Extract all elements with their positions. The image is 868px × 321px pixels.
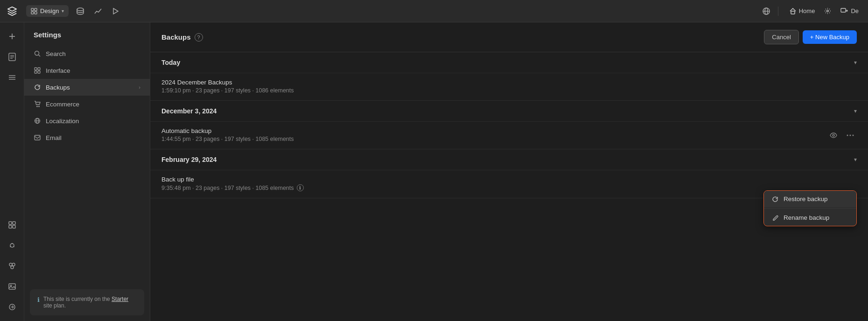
database-icon[interactable] <box>76 7 84 15</box>
backup-item-auto: Automatic backup 1:44:55 pm · 23 pages ·… <box>150 121 868 149</box>
backups-actions: Cancel + New Backup <box>764 30 857 44</box>
interface-label: Interface <box>46 67 70 74</box>
rail-publish-icon[interactable] <box>4 299 21 315</box>
svg-rect-39 <box>35 68 37 70</box>
svg-point-10 <box>827 10 829 12</box>
topbar-right-items: Home De <box>786 6 862 17</box>
starter-link[interactable]: Starter <box>112 296 128 302</box>
svg-point-37 <box>35 51 39 56</box>
settings-title: Settings <box>24 22 150 45</box>
svg-point-29 <box>10 246 11 247</box>
backup-group-feb29-header[interactable]: February 29, 2024 ▾ <box>150 149 868 170</box>
backup-file-name: Back up file <box>161 176 857 183</box>
svg-rect-23 <box>13 222 15 224</box>
restore-backup-label: Restore backup <box>784 195 828 202</box>
localization-icon <box>34 117 41 125</box>
backup-file-meta: 9:35:48 pm · 23 pages · 197 styles · 108… <box>161 184 857 191</box>
backups-list: Today ▾ 2024 December Backups 1:59:10 pm… <box>150 52 868 321</box>
sidebar-item-search[interactable]: Search <box>24 45 150 62</box>
context-menu: Restore backup Rename backup <box>763 190 857 226</box>
sidebar-item-email[interactable]: Email <box>24 129 150 146</box>
svg-point-49 <box>833 134 834 136</box>
rail-layers-icon[interactable] <box>4 69 21 86</box>
backups-title-row: Backups ? <box>161 33 203 42</box>
backup-item-dec-backups: 2024 December Backups 1:59:10 pm · 23 pa… <box>150 73 868 100</box>
analytics-icon[interactable] <box>94 7 102 15</box>
svg-point-31 <box>12 263 15 266</box>
rail-components-icon[interactable] <box>4 216 21 233</box>
svg-point-52 <box>853 135 854 136</box>
settings-sidebar: Settings Search <box>24 22 150 321</box>
ecommerce-label: Ecommerce <box>46 101 79 108</box>
backups-label: Backups <box>46 84 70 91</box>
sidebar-item-backups[interactable]: Backups › <box>24 79 150 96</box>
topbar-left: Design ▾ <box>6 5 119 18</box>
sidebar-item-ecommerce[interactable]: Ecommerce <box>24 96 150 112</box>
svg-point-51 <box>850 135 851 136</box>
email-label: Email <box>46 134 62 141</box>
auto-backup-meta: 1:44:55 pm · 23 pages · 197 styles · 108… <box>161 136 857 142</box>
globe-icon[interactable] <box>762 7 770 15</box>
desktop-icon[interactable]: De <box>837 6 862 17</box>
topbar: Design ▾ <box>0 0 868 22</box>
backups-title: Backups <box>161 33 191 41</box>
rail-image-icon[interactable] <box>4 278 21 295</box>
settings-footer: ℹ This site is currently on the Starter … <box>30 289 144 315</box>
settings-icon[interactable] <box>820 6 835 16</box>
backup-group-feb29: February 29, 2024 ▾ Back up file 9:35:48… <box>150 149 868 198</box>
rail-styles-icon[interactable] <box>4 258 21 274</box>
ecommerce-icon <box>34 100 41 108</box>
icon-rail <box>0 22 24 321</box>
backups-header: Backups ? Cancel + New Backup <box>150 22 868 52</box>
rail-assets-icon[interactable] <box>4 237 21 254</box>
rename-icon <box>771 215 779 221</box>
backup-group-dec3-header[interactable]: December 3, 2024 ▾ <box>150 101 868 121</box>
rename-backup-item[interactable]: Rename backup <box>764 209 856 226</box>
rail-bottom <box>4 216 21 315</box>
svg-rect-24 <box>9 225 12 228</box>
svg-point-32 <box>11 266 14 269</box>
today-group-title: Today <box>161 59 180 66</box>
dec-backups-meta: 1:59:10 pm · 23 pages · 197 styles · 108… <box>161 87 857 94</box>
dec3-chevron-icon: ▾ <box>854 108 857 114</box>
new-backup-button[interactable]: + New Backup <box>803 30 857 44</box>
more-options-icon[interactable] <box>844 129 857 142</box>
svg-rect-25 <box>13 225 15 228</box>
backup-item-actions <box>827 129 857 142</box>
svg-point-28 <box>13 246 14 247</box>
sidebar-item-interface[interactable]: Interface <box>24 62 150 79</box>
footer-text: This site is currently on the Starter si… <box>43 296 137 309</box>
svg-point-50 <box>847 135 848 136</box>
backup-group-today-header[interactable]: Today ▾ <box>150 52 868 73</box>
svg-rect-0 <box>31 8 34 11</box>
svg-rect-33 <box>9 284 15 289</box>
svg-rect-48 <box>35 135 40 140</box>
svg-rect-42 <box>38 71 40 73</box>
rename-backup-label: Rename backup <box>784 214 829 221</box>
auto-backup-name: Automatic backup <box>161 127 857 134</box>
sidebar-item-localization[interactable]: Localization <box>24 112 150 129</box>
restore-backup-item[interactable]: Restore backup <box>764 191 856 207</box>
cancel-button[interactable]: Cancel <box>764 30 798 44</box>
svg-rect-9 <box>791 11 795 14</box>
desktop-label: De <box>851 7 859 14</box>
rail-add-icon[interactable] <box>4 28 21 45</box>
play-icon[interactable] <box>112 7 119 15</box>
svg-rect-11 <box>841 8 846 12</box>
localization-label: Localization <box>46 118 79 125</box>
svg-rect-2 <box>31 12 34 14</box>
logo[interactable] <box>6 5 19 18</box>
search-icon <box>34 50 41 57</box>
design-button[interactable]: Design ▾ <box>26 5 69 17</box>
help-icon[interactable]: ? <box>195 33 203 42</box>
home-button[interactable]: Home <box>786 6 819 16</box>
topbar-icons <box>76 7 119 15</box>
backup-item-file: Back up file 9:35:48 pm · 23 pages · 197… <box>150 170 868 198</box>
chevron-down-icon: ▾ <box>62 8 64 14</box>
svg-line-38 <box>39 55 41 57</box>
rail-page-icon[interactable] <box>4 49 21 65</box>
backup-file-info-icon[interactable]: ℹ <box>297 184 304 191</box>
svg-rect-3 <box>35 12 37 14</box>
today-chevron-icon: ▾ <box>854 59 857 66</box>
eye-icon[interactable] <box>827 129 840 142</box>
